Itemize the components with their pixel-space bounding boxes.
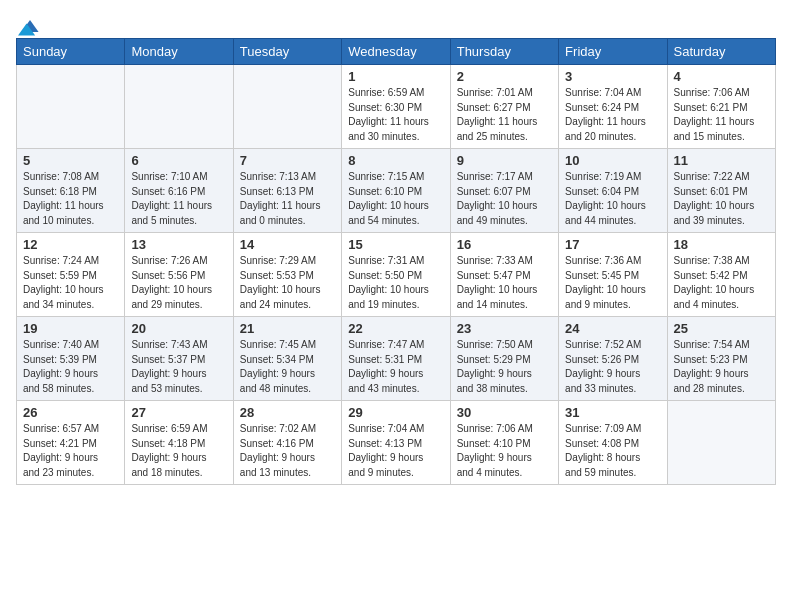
calendar-cell: 8Sunrise: 7:15 AMSunset: 6:10 PMDaylight… (342, 149, 450, 233)
calendar-cell (125, 65, 233, 149)
calendar-cell: 9Sunrise: 7:17 AMSunset: 6:07 PMDaylight… (450, 149, 558, 233)
calendar-cell: 4Sunrise: 7:06 AMSunset: 6:21 PMDaylight… (667, 65, 775, 149)
day-number: 19 (23, 321, 118, 336)
day-info: Sunrise: 7:04 AMSunset: 6:24 PMDaylight:… (565, 86, 660, 144)
calendar-cell: 23Sunrise: 7:50 AMSunset: 5:29 PMDayligh… (450, 317, 558, 401)
calendar-cell: 10Sunrise: 7:19 AMSunset: 6:04 PMDayligh… (559, 149, 667, 233)
day-info: Sunrise: 7:10 AMSunset: 6:16 PMDaylight:… (131, 170, 226, 228)
calendar-header: SundayMondayTuesdayWednesdayThursdayFrid… (17, 39, 776, 65)
day-info: Sunrise: 7:45 AMSunset: 5:34 PMDaylight:… (240, 338, 335, 396)
calendar-cell: 28Sunrise: 7:02 AMSunset: 4:16 PMDayligh… (233, 401, 341, 485)
weekday-header: Saturday (667, 39, 775, 65)
day-info: Sunrise: 7:54 AMSunset: 5:23 PMDaylight:… (674, 338, 769, 396)
day-number: 26 (23, 405, 118, 420)
calendar-cell: 6Sunrise: 7:10 AMSunset: 6:16 PMDaylight… (125, 149, 233, 233)
day-number: 11 (674, 153, 769, 168)
calendar-cell (667, 401, 775, 485)
day-number: 20 (131, 321, 226, 336)
calendar-cell (17, 65, 125, 149)
day-number: 21 (240, 321, 335, 336)
calendar-cell: 5Sunrise: 7:08 AMSunset: 6:18 PMDaylight… (17, 149, 125, 233)
day-info: Sunrise: 7:17 AMSunset: 6:07 PMDaylight:… (457, 170, 552, 228)
day-info: Sunrise: 7:22 AMSunset: 6:01 PMDaylight:… (674, 170, 769, 228)
day-number: 23 (457, 321, 552, 336)
day-info: Sunrise: 7:15 AMSunset: 6:10 PMDaylight:… (348, 170, 443, 228)
day-info: Sunrise: 7:08 AMSunset: 6:18 PMDaylight:… (23, 170, 118, 228)
calendar-cell: 24Sunrise: 7:52 AMSunset: 5:26 PMDayligh… (559, 317, 667, 401)
day-info: Sunrise: 7:09 AMSunset: 4:08 PMDaylight:… (565, 422, 660, 480)
day-number: 8 (348, 153, 443, 168)
day-number: 10 (565, 153, 660, 168)
logo (16, 16, 42, 30)
calendar-cell: 22Sunrise: 7:47 AMSunset: 5:31 PMDayligh… (342, 317, 450, 401)
calendar-cell: 16Sunrise: 7:33 AMSunset: 5:47 PMDayligh… (450, 233, 558, 317)
day-number: 30 (457, 405, 552, 420)
day-number: 27 (131, 405, 226, 420)
day-number: 22 (348, 321, 443, 336)
day-info: Sunrise: 6:59 AMSunset: 4:18 PMDaylight:… (131, 422, 226, 480)
calendar-cell: 7Sunrise: 7:13 AMSunset: 6:13 PMDaylight… (233, 149, 341, 233)
day-info: Sunrise: 7:40 AMSunset: 5:39 PMDaylight:… (23, 338, 118, 396)
calendar-body: 1Sunrise: 6:59 AMSunset: 6:30 PMDaylight… (17, 65, 776, 485)
day-info: Sunrise: 7:06 AMSunset: 6:21 PMDaylight:… (674, 86, 769, 144)
day-number: 1 (348, 69, 443, 84)
calendar-cell: 25Sunrise: 7:54 AMSunset: 5:23 PMDayligh… (667, 317, 775, 401)
day-info: Sunrise: 7:06 AMSunset: 4:10 PMDaylight:… (457, 422, 552, 480)
calendar-cell: 27Sunrise: 6:59 AMSunset: 4:18 PMDayligh… (125, 401, 233, 485)
day-number: 25 (674, 321, 769, 336)
day-info: Sunrise: 7:02 AMSunset: 4:16 PMDaylight:… (240, 422, 335, 480)
page-header (16, 16, 776, 30)
calendar-cell: 1Sunrise: 6:59 AMSunset: 6:30 PMDaylight… (342, 65, 450, 149)
day-number: 24 (565, 321, 660, 336)
day-number: 2 (457, 69, 552, 84)
calendar-cell: 31Sunrise: 7:09 AMSunset: 4:08 PMDayligh… (559, 401, 667, 485)
day-info: Sunrise: 7:50 AMSunset: 5:29 PMDaylight:… (457, 338, 552, 396)
calendar-cell: 21Sunrise: 7:45 AMSunset: 5:34 PMDayligh… (233, 317, 341, 401)
day-info: Sunrise: 7:47 AMSunset: 5:31 PMDaylight:… (348, 338, 443, 396)
day-number: 5 (23, 153, 118, 168)
day-info: Sunrise: 7:31 AMSunset: 5:50 PMDaylight:… (348, 254, 443, 312)
day-info: Sunrise: 7:43 AMSunset: 5:37 PMDaylight:… (131, 338, 226, 396)
day-number: 12 (23, 237, 118, 252)
calendar-week-row: 1Sunrise: 6:59 AMSunset: 6:30 PMDaylight… (17, 65, 776, 149)
day-number: 13 (131, 237, 226, 252)
calendar-cell: 2Sunrise: 7:01 AMSunset: 6:27 PMDaylight… (450, 65, 558, 149)
calendar-cell: 12Sunrise: 7:24 AMSunset: 5:59 PMDayligh… (17, 233, 125, 317)
day-number: 7 (240, 153, 335, 168)
calendar-cell: 3Sunrise: 7:04 AMSunset: 6:24 PMDaylight… (559, 65, 667, 149)
calendar-cell: 26Sunrise: 6:57 AMSunset: 4:21 PMDayligh… (17, 401, 125, 485)
day-info: Sunrise: 7:26 AMSunset: 5:56 PMDaylight:… (131, 254, 226, 312)
calendar-cell: 30Sunrise: 7:06 AMSunset: 4:10 PMDayligh… (450, 401, 558, 485)
calendar-week-row: 19Sunrise: 7:40 AMSunset: 5:39 PMDayligh… (17, 317, 776, 401)
day-number: 15 (348, 237, 443, 252)
day-number: 6 (131, 153, 226, 168)
calendar-cell: 17Sunrise: 7:36 AMSunset: 5:45 PMDayligh… (559, 233, 667, 317)
day-info: Sunrise: 7:52 AMSunset: 5:26 PMDaylight:… (565, 338, 660, 396)
weekday-row: SundayMondayTuesdayWednesdayThursdayFrid… (17, 39, 776, 65)
day-number: 16 (457, 237, 552, 252)
day-number: 4 (674, 69, 769, 84)
day-info: Sunrise: 7:29 AMSunset: 5:53 PMDaylight:… (240, 254, 335, 312)
calendar-cell: 14Sunrise: 7:29 AMSunset: 5:53 PMDayligh… (233, 233, 341, 317)
calendar-cell: 13Sunrise: 7:26 AMSunset: 5:56 PMDayligh… (125, 233, 233, 317)
day-info: Sunrise: 7:38 AMSunset: 5:42 PMDaylight:… (674, 254, 769, 312)
day-number: 9 (457, 153, 552, 168)
day-info: Sunrise: 7:19 AMSunset: 6:04 PMDaylight:… (565, 170, 660, 228)
calendar-cell (233, 65, 341, 149)
day-number: 28 (240, 405, 335, 420)
logo-icon (18, 16, 42, 36)
weekday-header: Sunday (17, 39, 125, 65)
weekday-header: Friday (559, 39, 667, 65)
day-info: Sunrise: 7:36 AMSunset: 5:45 PMDaylight:… (565, 254, 660, 312)
calendar: SundayMondayTuesdayWednesdayThursdayFrid… (16, 38, 776, 485)
day-info: Sunrise: 7:33 AMSunset: 5:47 PMDaylight:… (457, 254, 552, 312)
day-info: Sunrise: 6:59 AMSunset: 6:30 PMDaylight:… (348, 86, 443, 144)
calendar-cell: 18Sunrise: 7:38 AMSunset: 5:42 PMDayligh… (667, 233, 775, 317)
calendar-week-row: 26Sunrise: 6:57 AMSunset: 4:21 PMDayligh… (17, 401, 776, 485)
day-number: 31 (565, 405, 660, 420)
day-info: Sunrise: 7:04 AMSunset: 4:13 PMDaylight:… (348, 422, 443, 480)
day-number: 18 (674, 237, 769, 252)
weekday-header: Wednesday (342, 39, 450, 65)
day-number: 29 (348, 405, 443, 420)
calendar-week-row: 12Sunrise: 7:24 AMSunset: 5:59 PMDayligh… (17, 233, 776, 317)
